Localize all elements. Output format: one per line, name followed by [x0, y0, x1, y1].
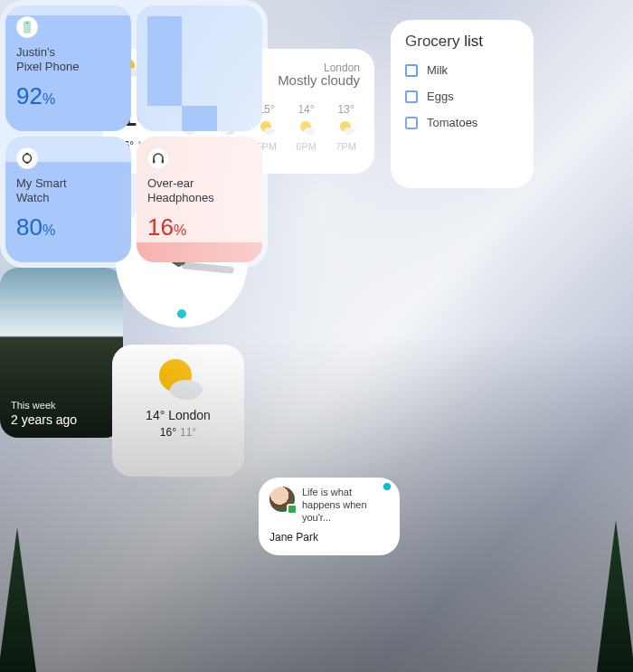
svg-rect-18 — [26, 153, 29, 155]
watch-icon — [16, 147, 38, 169]
device-name: My SmartWatch — [16, 176, 120, 206]
memory-label: This week — [11, 400, 112, 411]
svg-rect-21 — [162, 160, 164, 164]
svg-rect-20 — [153, 160, 155, 164]
avatar — [269, 487, 295, 512]
photo-memory-widget[interactable]: This week 2 years ago — [0, 268, 123, 438]
phone-icon — [16, 16, 38, 38]
message-preview: Life is what happens when you'r... — [302, 487, 389, 524]
device-name: Over-earHeadphones — [147, 176, 251, 206]
battery-percent: 16% — [147, 213, 251, 241]
battery-percent: 92% — [16, 82, 120, 110]
device-name: Justin'sPixel Phone — [16, 45, 120, 75]
chat-widget[interactable]: Life is what happens when you'r... Jane … — [259, 478, 400, 555]
sender-name: Jane Park — [269, 531, 389, 544]
headphones-icon — [147, 147, 169, 169]
svg-rect-19 — [26, 162, 29, 164]
chat-app-badge-icon — [287, 504, 298, 515]
unread-dot-icon — [383, 483, 391, 490]
memory-time: 2 years ago — [11, 412, 112, 427]
battery-percent: 80% — [16, 213, 120, 241]
svg-point-14 — [26, 23, 28, 24]
svg-point-17 — [24, 155, 32, 163]
